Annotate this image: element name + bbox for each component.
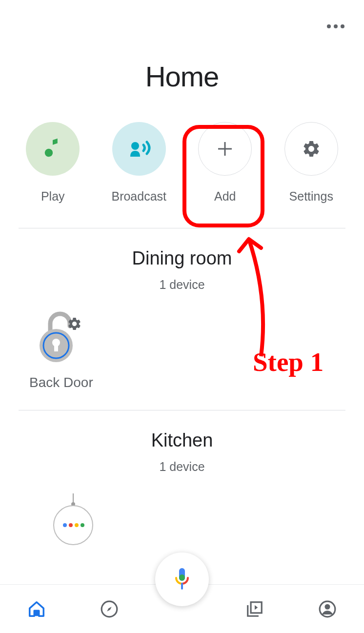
svg-rect-6 (54, 345, 58, 351)
microphone-icon (172, 567, 192, 592)
room-title: Kitchen (0, 430, 364, 451)
dot-icon (327, 24, 331, 28)
play-button[interactable]: Play (14, 122, 92, 204)
svg-point-20 (325, 604, 330, 609)
action-label: Settings (289, 189, 333, 204)
svg-point-10 (63, 523, 67, 527)
svg-point-12 (75, 523, 79, 527)
gear-icon (284, 122, 338, 176)
dot-icon (341, 24, 344, 28)
dot-icon (334, 24, 338, 28)
nav-account[interactable] (317, 598, 338, 620)
broadcast-icon (112, 122, 166, 176)
room-subtitle: 1 device (0, 460, 364, 474)
speaker-icon (49, 489, 98, 547)
compass-icon (100, 600, 119, 618)
svg-point-9 (54, 506, 93, 545)
action-row: Play Broadcast Add Settings (0, 93, 364, 228)
action-label: Add (214, 189, 236, 204)
music-note-icon (26, 122, 80, 176)
svg-point-0 (131, 142, 139, 150)
device-grid: Back Door (0, 292, 364, 390)
plus-icon (198, 122, 252, 176)
voice-assistant-button[interactable] (155, 552, 209, 606)
nav-home[interactable] (26, 598, 47, 620)
svg-point-11 (69, 523, 73, 527)
page-title: Home (0, 60, 364, 93)
device-label: Back Door (29, 375, 93, 390)
media-icon (245, 600, 264, 618)
account-icon (318, 600, 337, 618)
add-button[interactable]: Add (186, 122, 264, 204)
lock-icon (37, 306, 85, 365)
settings-button[interactable]: Settings (272, 122, 350, 204)
svg-point-13 (81, 523, 84, 527)
nav-discover[interactable] (99, 598, 120, 620)
room-dining-room: Dining room 1 device Back Door (0, 228, 364, 410)
nav-media[interactable] (244, 598, 265, 620)
action-label: Broadcast (111, 189, 166, 204)
header-bar (0, 0, 364, 28)
room-kitchen: Kitchen 1 device (0, 410, 364, 567)
action-label: Play (41, 189, 65, 204)
room-title: Dining room (0, 248, 364, 269)
svg-rect-15 (179, 574, 185, 581)
device-speaker[interactable] (49, 489, 98, 547)
more-menu-button[interactable] (327, 24, 344, 28)
device-grid (0, 474, 364, 547)
broadcast-button[interactable]: Broadcast (100, 122, 178, 204)
home-icon (27, 600, 46, 618)
device-back-door[interactable]: Back Door (29, 306, 93, 390)
room-subtitle: 1 device (0, 278, 364, 292)
